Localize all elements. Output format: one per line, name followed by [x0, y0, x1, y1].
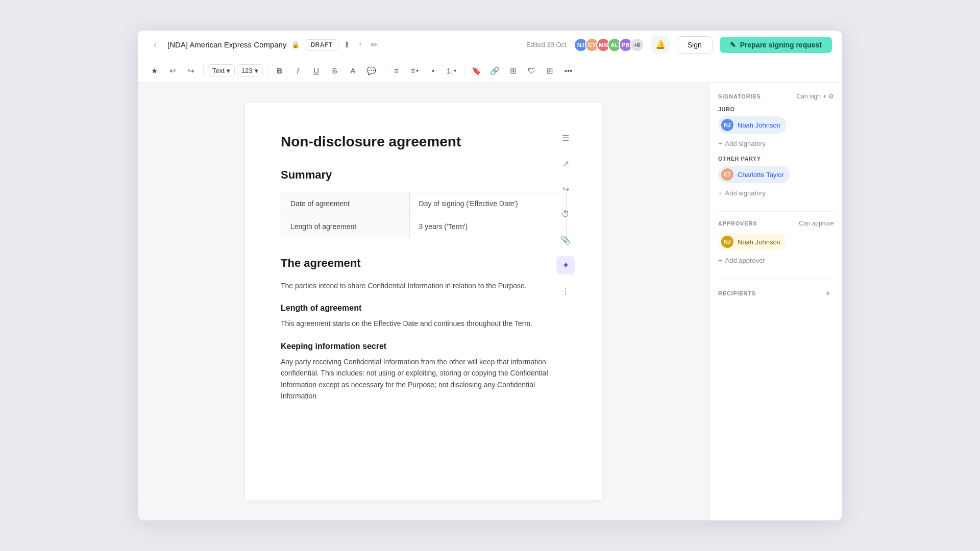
signatory-charlotte-taylor[interactable]: CT Charlotte Taylor	[718, 166, 790, 183]
grid-button[interactable]: ⊞	[542, 63, 558, 79]
font-color-button[interactable]: A	[345, 63, 361, 79]
agreement-heading: The agreement	[281, 257, 567, 270]
length-heading: Length of agreement	[281, 304, 567, 313]
plus-icon: +	[718, 140, 722, 147]
can-approve-label: Can approve	[799, 220, 834, 227]
signatory-noah-johnson-1[interactable]: NJ Noah Johnson	[718, 116, 787, 134]
toolbar-divider	[384, 66, 384, 76]
draft-badge: DRAFT	[305, 39, 338, 51]
ai-icon-btn[interactable]: ✦	[556, 256, 575, 274]
font-size-select[interactable]: 123 ▾	[237, 64, 263, 77]
length-text: This agreement starts on the Effective D…	[281, 318, 567, 329]
approvers-title: APPROVERS	[718, 220, 757, 227]
document-page: Non-disclosure agreement Summary Date of…	[245, 103, 602, 500]
can-sign-label: Can sign + ⚙	[797, 93, 834, 100]
star-button[interactable]: ★	[146, 63, 162, 79]
numbered-list-button[interactable]: 1.▾	[444, 63, 460, 79]
summary-table: Date of agreement Day of signing ('Effec…	[281, 192, 567, 238]
table-cell-value: 3 years ('Term')	[409, 215, 566, 238]
link-button[interactable]: 🔗	[487, 63, 503, 79]
settings-icon[interactable]: ⚙	[828, 93, 834, 100]
bold-button[interactable]: B	[272, 63, 288, 79]
recipients-title: RECIPIENTS	[718, 290, 756, 296]
avatar: CT	[721, 168, 733, 181]
export-icon-btn[interactable]: ↪	[556, 180, 575, 198]
clock-icon-btn[interactable]: ⏱	[556, 205, 575, 223]
doc-side-actions: ☰ ↗ ↪ ⏱ 📎 ✦ ⋮	[554, 83, 577, 520]
pen-icon: ✎	[730, 41, 736, 49]
right-sidebar: SIGNATORIES Can sign + ⚙ JURO NJ Noah Jo…	[709, 83, 842, 520]
table-row: Date of agreement Day of signing ('Effec…	[281, 192, 567, 215]
plus-icon[interactable]: +	[823, 93, 826, 100]
approver-noah-johnson[interactable]: NJ Noah Johnson	[718, 233, 787, 251]
recipients-section: RECIPIENTS +	[718, 287, 834, 299]
plus-icon: +	[718, 189, 722, 197]
avatar: NJ	[721, 236, 733, 248]
ordered-list-button[interactable]: ≡	[388, 63, 405, 79]
cloud-save-icon[interactable]: ⬆	[344, 40, 350, 49]
align-button[interactable]: ≡▾	[407, 63, 423, 79]
text-style-select[interactable]: Text ▾	[208, 64, 235, 77]
plus-icon: +	[718, 257, 722, 264]
avatar: NJ	[721, 119, 733, 131]
chevron-down-icon: ▾	[227, 67, 230, 74]
table-row: Length of agreement 3 years ('Term')	[281, 215, 567, 238]
comment-button[interactable]: 💬	[363, 63, 380, 79]
add-signatory-2-button[interactable]: + Add signatory	[718, 187, 766, 199]
approvers-section: APPROVERS Can approve NJ Noah Johnson + …	[718, 220, 834, 266]
juro-group-title: JURO	[718, 106, 834, 112]
strikethrough-button[interactable]: S	[327, 63, 343, 79]
toolbar-divider	[267, 66, 267, 76]
undo-button[interactable]: ↩	[164, 63, 181, 79]
signatories-title: SIGNATORIES	[718, 93, 761, 99]
back-button[interactable]: ‹	[148, 38, 162, 52]
add-recipient-button[interactable]: +	[822, 287, 834, 299]
bullet-list-button[interactable]: •	[425, 63, 442, 79]
signatories-section: SIGNATORIES Can sign + ⚙ JURO NJ Noah Jo…	[718, 93, 834, 199]
document-editor[interactable]: Non-disclosure agreement Summary Date of…	[138, 83, 709, 520]
export-icon[interactable]: ↑	[358, 40, 362, 49]
other-party-group-title: OTHER PARTY	[718, 156, 834, 162]
italic-button[interactable]: I	[290, 63, 306, 79]
edited-label: Edited 30 Oct	[526, 41, 567, 48]
avatar-group: NJ CT MK AL PB +6	[574, 38, 644, 52]
chevron-down-icon: ▾	[255, 67, 258, 74]
more-button[interactable]: •••	[560, 63, 577, 79]
avatar-count: +6	[630, 38, 644, 52]
lock-icon: 🔒	[291, 41, 300, 48]
toolbar-divider	[203, 66, 204, 76]
add-approver-button[interactable]: + Add approver	[718, 255, 765, 266]
document-heading: Non-disclosure agreement	[281, 134, 567, 150]
underline-button[interactable]: U	[308, 63, 325, 79]
keeping-text: Any party receiving Confidential Informa…	[281, 356, 567, 402]
prepare-signing-button[interactable]: ✎ Prepare signing request	[720, 37, 832, 53]
share-icon-btn[interactable]: ↗	[556, 154, 575, 172]
section-divider	[718, 211, 834, 212]
toolbar-divider	[464, 66, 464, 76]
table-cell-value: Day of signing ('Effective Date')	[409, 192, 566, 215]
more-options-btn[interactable]: ⋮	[556, 282, 575, 300]
agreement-text: The parties intend to share Confidential…	[281, 280, 567, 291]
attachment-icon-btn[interactable]: 📎	[556, 231, 575, 249]
table-cell-label: Length of agreement	[281, 215, 410, 238]
section-divider	[718, 279, 834, 279]
keeping-heading: Keeping information secret	[281, 342, 567, 351]
table-button[interactable]: ⊞	[505, 63, 522, 79]
bookmark-button[interactable]: 🔖	[469, 63, 485, 79]
redo-button[interactable]: ↪	[183, 63, 199, 79]
table-cell-label: Date of agreement	[281, 192, 410, 215]
eraser-icon[interactable]: ✏	[371, 40, 377, 49]
sign-button[interactable]: Sign	[677, 36, 713, 54]
shield-button[interactable]: 🛡	[524, 63, 540, 79]
document-title: [NDA] American Express Company	[167, 40, 286, 49]
list-icon-btn[interactable]: ☰	[556, 129, 575, 147]
summary-heading: Summary	[281, 168, 567, 182]
add-signatory-1-button[interactable]: + Add signatory	[718, 138, 766, 149]
notifications-button[interactable]: 🔔	[651, 36, 670, 54]
